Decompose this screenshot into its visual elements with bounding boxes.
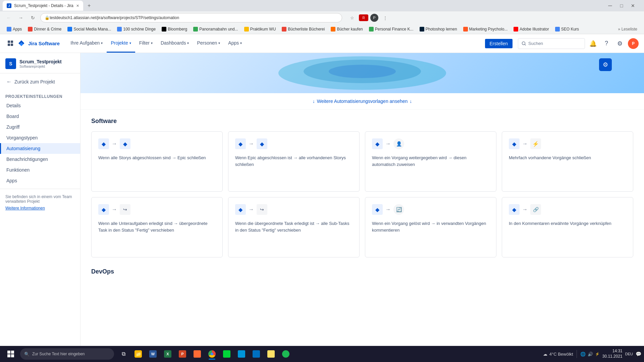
sidebar-footer-link[interactable]: Weitere Informationen	[5, 206, 45, 210]
extensions-button[interactable]: R	[359, 14, 368, 21]
nav-item-aufgaben[interactable]: Ihre Aufgaben ▾	[66, 34, 107, 53]
nav-item-projekte[interactable]: Projekte ▾	[107, 34, 135, 53]
taskbar-powerpoint[interactable]: P	[176, 347, 189, 361]
bookmark-bloomberg[interactable]: Bloomberg	[159, 26, 190, 32]
sidebar-item-benachrichtigungen[interactable]: Benachrichtigungen	[0, 154, 80, 165]
system-tray: ☁ 4°C Bewölkt 🌐 🔊 ⚡	[543, 350, 600, 358]
bookmark-seo[interactable]: SEO Kurs	[552, 26, 582, 32]
forward-button[interactable]: →	[16, 13, 25, 22]
taskbar-app9[interactable]	[250, 347, 263, 361]
volume-icon: 🔊	[588, 352, 593, 357]
notification-button[interactable]: 💬	[636, 351, 641, 357]
bookmark-adobe[interactable]: Adobe Illustrator	[511, 26, 551, 32]
address-bar[interactable]: 🔒 testdeutsch1.atlassian.net/jira/softwa…	[40, 13, 342, 22]
automation-card-1[interactable]: → Wenn alle Storys abgeschlossen sind → …	[91, 131, 223, 192]
nav-item-dashboards[interactable]: Dashboards ▾	[157, 34, 193, 53]
taskbar-search[interactable]: 🔍 Zur Suche Text hier eingeben	[20, 348, 114, 360]
taskbar-app8[interactable]	[235, 347, 248, 361]
search-input[interactable]: Suchen	[518, 38, 585, 49]
active-indicator	[209, 359, 215, 360]
nav-item-apps[interactable]: Apps ▾	[224, 34, 246, 53]
taskbar-word[interactable]: W	[146, 347, 160, 361]
clock-time: 14:31	[602, 349, 623, 354]
more-templates-link[interactable]: ↓ Weitere Automatisierungsvorlagen anseh…	[80, 93, 644, 110]
weather-text: 4°C Bewölkt	[549, 352, 573, 357]
taskbar-spotify[interactable]	[279, 347, 292, 361]
jira-logo[interactable]: Jira Software	[17, 40, 60, 48]
chevron-down-icon: ▾	[240, 41, 242, 45]
sidebar-footer-text: Sie befinden sich in einem vom Team verw…	[5, 194, 75, 204]
card-3-icons: → 👤	[372, 138, 489, 149]
sidebar-section-label: Projekteinstellungen	[0, 89, 80, 100]
sidebar-item-board[interactable]: Board	[0, 111, 80, 122]
card-1-icons: →	[98, 138, 216, 149]
sidebar-back-button[interactable]: ← Zurück zum Projekt	[0, 76, 80, 87]
reload-button[interactable]: ↻	[28, 13, 38, 22]
menu-button[interactable]: ⋮	[380, 13, 390, 22]
automation-card-8[interactable]: → 🔗 In den Kommentaren erwähnte Vorgänge…	[502, 197, 633, 257]
nav-item-personen[interactable]: Personen ▾	[193, 34, 224, 53]
profile-button[interactable]: P	[370, 14, 378, 22]
automation-card-5[interactable]: → ↪ Wenn alle Unteraufgaben erledigt sin…	[91, 197, 223, 257]
taskbar-excel[interactable]: X	[161, 347, 174, 361]
minimize-button[interactable]: ─	[606, 1, 614, 10]
bookmark-dinner[interactable]: Dinner & Crime	[25, 26, 64, 32]
trigger-icon	[372, 204, 383, 215]
automation-card-6[interactable]: → ↪ Wenn die übergeordnete Task erledigt…	[228, 197, 360, 257]
taskbar-explorer[interactable]: 📁	[131, 347, 145, 361]
active-tab[interactable]: J Scrum_Testprojekt - Details - Jira ✕	[3, 1, 83, 11]
automation-card-3[interactable]: → 👤 Wenn ein Vorgang weitergegeben wird …	[365, 131, 496, 192]
sidebar-item-details[interactable]: Details	[0, 100, 80, 111]
sidebar-item-apps[interactable]: Apps	[0, 175, 80, 186]
bookmark-buecherliste[interactable]: Bücherliste Bücherei	[279, 26, 327, 32]
user-avatar[interactable]: P	[628, 38, 639, 49]
taskbar-app7[interactable]	[220, 347, 233, 361]
bookmark-panoramabahn[interactable]: Panoramabahn und...	[191, 26, 240, 32]
maximize-button[interactable]: □	[617, 1, 626, 10]
taskbar-search-placeholder: Zur Suche Text hier eingeben	[32, 352, 85, 356]
taskbar-task-view[interactable]: ⧉	[117, 347, 130, 361]
bookmark-personal-finance[interactable]: Personal Finance K...	[366, 26, 416, 32]
sidebar-item-zugriff[interactable]: Zugriff	[0, 122, 80, 132]
bookmark-100-dinge[interactable]: 100 schöne Dinge	[114, 26, 158, 32]
bookmark-button[interactable]: ☆	[347, 13, 357, 22]
notifications-button[interactable]: 🔔	[588, 38, 598, 49]
bookmark-photoshop[interactable]: Photoshop lernen	[417, 26, 460, 32]
bookmark-buecher-kaufen[interactable]: Bücher kaufen	[328, 26, 365, 32]
new-tab-button[interactable]: +	[85, 1, 94, 10]
svg-rect-7	[7, 354, 10, 357]
bookmark-marketing[interactable]: Marketing Psycholo...	[461, 26, 511, 32]
blue-app-icon	[238, 350, 245, 358]
nav-item-filter[interactable]: Filter ▾	[135, 34, 157, 53]
windows-start-button[interactable]	[3, 347, 19, 361]
automation-card-4[interactable]: → ⚡ Mehrfach vorhandene Vorgänge schließ…	[502, 131, 633, 192]
app-switcher-button[interactable]	[5, 38, 16, 49]
bookmark-social[interactable]: Social Media Mana...	[65, 26, 114, 32]
hero-banner: ⚙	[80, 53, 644, 93]
sidebar-item-vorgangstypen[interactable]: Vorgangstypen	[0, 132, 80, 143]
taskbar-clock[interactable]: 14:31 30.11.2021	[602, 349, 623, 359]
help-button[interactable]: ?	[601, 38, 612, 49]
taskbar-app5[interactable]	[191, 347, 204, 361]
taskbar-chrome[interactable]	[205, 347, 219, 361]
automation-card-7[interactable]: → 🔄 Wenn ein Vorgang gelöst wird → in ve…	[365, 197, 496, 257]
settings-button[interactable]: ⚙	[614, 38, 625, 49]
action-icon	[257, 138, 267, 149]
bookmarks-bar: Apps Dinner & Crime Social Media Mana...…	[0, 24, 644, 34]
bookmarks-more-button[interactable]: » Leseliste	[615, 26, 640, 32]
automation-card-2[interactable]: → Wenn Epic abgeschlossen ist → alle vor…	[228, 131, 360, 192]
chevron-down-icon: ▾	[129, 41, 131, 45]
back-button[interactable]: ←	[4, 13, 13, 22]
tab-close-button[interactable]: ✕	[76, 4, 79, 8]
sidebar-item-automatisierung[interactable]: Automatisierung	[0, 143, 80, 154]
network-icon: 🌐	[580, 352, 586, 357]
create-button[interactable]: Erstellen	[485, 39, 513, 48]
card-4-text: Mehrfach vorhandene Vorgänge schließen	[509, 155, 626, 185]
bookmark-apps[interactable]: Apps	[4, 26, 24, 32]
close-button[interactable]: ✕	[629, 1, 637, 10]
bookmark-praktikum[interactable]: Praktikum WU	[241, 26, 279, 32]
arrow-icon: →	[385, 206, 391, 213]
link-icon: 🔗	[530, 204, 541, 215]
sidebar-item-funktionen[interactable]: Funktionen	[0, 165, 80, 175]
taskbar-notes[interactable]	[264, 347, 278, 361]
